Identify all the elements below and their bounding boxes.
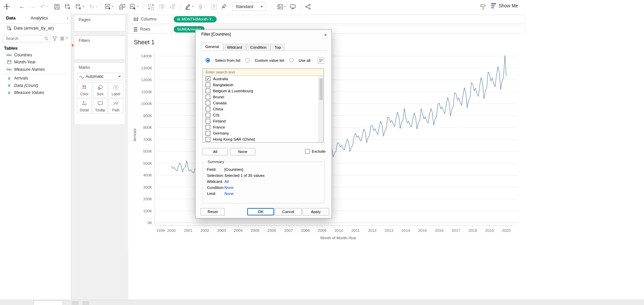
dialog-tab-condition[interactable]: Condition [246, 44, 271, 50]
member-row-bangladesh[interactable]: Bangladesh [203, 82, 319, 88]
pause-caret-icon[interactable] [83, 6, 85, 8]
text-label-button[interactable]: T [210, 3, 218, 11]
view-options-caret-icon[interactable] [66, 38, 68, 40]
apply-button[interactable]: Apply [302, 208, 329, 215]
mark-type-dropdown[interactable]: Automatic [77, 73, 123, 80]
list-view-options-button[interactable] [318, 58, 324, 64]
highlight-caret-icon[interactable] [192, 6, 194, 8]
cancel-button[interactable]: Cancel [275, 208, 302, 215]
swap-rows-columns-button[interactable] [146, 3, 155, 11]
mark-size-button[interactable]: Size [93, 82, 108, 97]
view-options-grid-icon[interactable] [60, 36, 65, 41]
clear-sheet-button[interactable] [128, 3, 137, 11]
member-row-china[interactable]: China [203, 106, 319, 112]
select-all-button[interactable]: All [203, 148, 228, 155]
fix-axes-pin-icon[interactable] [220, 3, 228, 11]
mark-path-button[interactable]: Path [109, 98, 123, 113]
member-list-scrollbar[interactable] [318, 76, 324, 142]
member-row-france[interactable]: France [203, 124, 319, 130]
mark-detail-button[interactable]: Detail [77, 98, 92, 113]
share-button[interactable] [304, 3, 312, 11]
tab-data[interactable]: Data [6, 15, 15, 20]
mark-color-button[interactable]: Color [77, 82, 92, 97]
fit-selector[interactable]: Standard [232, 2, 266, 11]
search-input[interactable] [5, 36, 44, 41]
member-checkbox[interactable] [206, 119, 210, 123]
refresh-caret-icon[interactable] [96, 6, 98, 8]
sheet-tab[interactable] [34, 301, 63, 305]
sort-ascending-button[interactable] [157, 3, 166, 11]
member-checkbox[interactable] [206, 83, 210, 87]
member-row-brunei[interactable]: Brunei [203, 94, 319, 100]
search-field[interactable] [3, 35, 50, 42]
mark-label-button[interactable]: TLabel [109, 82, 123, 97]
new-data-source-button[interactable] [63, 3, 72, 11]
redo-button[interactable]: → [28, 3, 37, 11]
member-checkbox[interactable]: ✓ [206, 77, 210, 81]
member-row-cis[interactable]: CIS [203, 112, 319, 118]
member-row-germany[interactable]: Germany [203, 130, 319, 136]
field-item-measure-names[interactable]: AbcMeasure Names [0, 66, 71, 73]
datasource-item[interactable]: Data (arrivals_by_air) [0, 23, 71, 33]
radio-select-from-list[interactable] [206, 58, 210, 62]
pause-auto-updates-button[interactable] [74, 3, 83, 11]
presentation-mode-button[interactable] [288, 3, 297, 11]
ok-button[interactable]: OK [247, 208, 274, 215]
exclude-checkbox[interactable] [305, 149, 310, 154]
member-checkbox[interactable] [206, 89, 210, 93]
scrollbar-thumb[interactable] [319, 79, 323, 100]
filters-shelf[interactable]: Filters [74, 36, 126, 60]
member-checkbox[interactable] [206, 125, 210, 130]
summary-value[interactable]: None [224, 192, 234, 196]
member-checkbox[interactable] [206, 131, 210, 136]
field-item-month-year[interactable]: Month-Year [0, 59, 71, 66]
mark-tooltip-button[interactable]: Tooltip [93, 98, 108, 113]
plus-box-icon[interactable]: ⊞ [177, 17, 180, 21]
refresh-data-button[interactable]: ↻ [87, 3, 96, 11]
field-item-arrivals[interactable]: #Arrivals [0, 75, 71, 82]
dialog-tab-general[interactable]: General [201, 43, 223, 50]
radio-use-all[interactable] [289, 58, 294, 62]
collapse-pane-icon[interactable]: ‹ [67, 15, 69, 20]
dialog-tab-top[interactable]: Top [270, 44, 285, 50]
undo-button[interactable]: ← [17, 3, 26, 11]
field-item-measure-values[interactable]: #Measure Values [0, 89, 71, 97]
save-button[interactable] [52, 3, 61, 11]
member-row-canada[interactable]: Canada [203, 100, 319, 106]
summary-value[interactable]: None [224, 186, 234, 190]
member-checkbox[interactable] [206, 101, 210, 105]
show-mark-labels-caret-icon[interactable] [284, 6, 286, 8]
member-row-finland[interactable]: Finland [203, 118, 319, 124]
filter-fields-icon[interactable] [52, 36, 57, 41]
summary-value[interactable]: All [224, 180, 229, 184]
new-dashboard-tab-button[interactable] [83, 301, 89, 305]
new-worksheet-tab-button[interactable] [72, 301, 78, 305]
dialog-tab-wildcard[interactable]: Wildcard [223, 44, 246, 50]
select-none-button[interactable]: None [230, 148, 255, 155]
tab-analytics[interactable]: Analytics [31, 15, 48, 20]
show-me-button[interactable]: Show Me [491, 3, 518, 8]
sort-descending-button[interactable] [168, 3, 177, 11]
member-checkbox[interactable] [206, 113, 210, 117]
member-row-belgium-luxembourg[interactable]: Belgium & Luxembourg [203, 88, 319, 94]
tooltip-signpost-icon[interactable] [479, 3, 487, 11]
member-row-hong-kong-sar-china-[interactable]: Hong Kong SAR (China) [203, 136, 319, 142]
group-caret-icon[interactable] [204, 6, 206, 8]
reset-button[interactable]: Reset [201, 208, 225, 215]
member-checkbox[interactable] [206, 95, 210, 99]
field-item-data-count-[interactable]: #Data (Count) [0, 82, 71, 89]
exclude-control[interactable]: Exclude [305, 149, 326, 154]
field-item-countries[interactable]: AbcCountries [0, 51, 71, 59]
member-checkbox[interactable] [206, 137, 210, 142]
columns-shelf[interactable]: Columns ⊞ MONTH(Month-Y.. [129, 15, 525, 23]
close-icon[interactable]: × [321, 31, 330, 38]
highlight-button[interactable] [183, 3, 192, 11]
new-worksheet-caret-icon[interactable] [112, 6, 114, 8]
member-search-input[interactable] [203, 69, 324, 76]
columns-pill-month[interactable]: ⊞ MONTH(Month-Y.. [174, 16, 217, 22]
member-row-australia[interactable]: ✓Australia [203, 76, 319, 82]
duplicate-sheet-button[interactable] [118, 3, 126, 11]
clear-sheet-caret-icon[interactable] [137, 6, 139, 8]
show-mark-labels-button[interactable] [275, 3, 284, 11]
radio-custom-value-list[interactable] [245, 58, 250, 62]
